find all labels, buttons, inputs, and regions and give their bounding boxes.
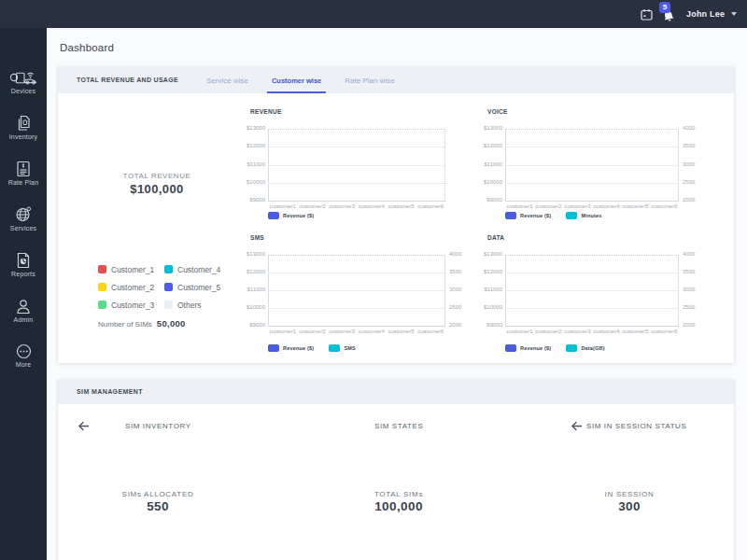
chart-gridline — [505, 308, 679, 309]
y-axis-tick-left: $12000 — [484, 269, 502, 275]
sim-states-header: SIM STATES — [374, 422, 423, 430]
y-axis-tick-left: $12000 — [247, 143, 265, 149]
chart-legend-item[interactable]: Revenue ($) — [268, 344, 314, 352]
legend-label: Customer_3 — [111, 301, 154, 310]
chart-legend-label: Revenue ($) — [283, 345, 314, 351]
chart-gridline — [268, 147, 445, 147]
x-axis-label: customer1 — [505, 203, 534, 209]
sim-management-card: SIM MANAGEMENT SIM INVENTORY SIM STATES … — [58, 380, 734, 560]
tab-rate-plan-wise[interactable]: Rate Plan wise — [345, 67, 394, 93]
chart-gridline — [268, 308, 445, 309]
y-axis-tick-right: 3000 — [449, 287, 461, 293]
legend-item: Customer_3 — [98, 296, 164, 314]
customer-legend: Customer_1Customer_2Customer_3Customer_4… — [98, 260, 220, 314]
legend-item: Others — [164, 296, 220, 314]
revenue-usage-card: TOTAL REVENUE AND USAGE Service wise Cus… — [58, 67, 734, 363]
y-axis-tick-left: $11000 — [247, 161, 265, 168]
chart-legend-item[interactable]: Revenue ($) — [505, 212, 551, 219]
chart-title: DATA — [487, 234, 504, 241]
sidebar-item-rate-plan[interactable]: Rate Plan — [0, 161, 47, 186]
sidebar-item-devices[interactable]: Devices — [0, 70, 47, 94]
chart-gridline — [268, 273, 445, 273]
tab-customer-wise[interactable]: Customer wise — [267, 67, 326, 93]
x-axis-label: customer2 — [298, 329, 328, 334]
chart-legend-swatch — [566, 212, 577, 219]
y-axis-tick-right: 2000 — [449, 322, 461, 329]
legend-swatch — [98, 301, 106, 309]
chart-gridline — [268, 290, 445, 291]
y-axis-tick-right: 3000 — [683, 287, 695, 293]
back-arrow-icon[interactable] — [78, 418, 90, 435]
chart-legend-item[interactable]: SMS — [329, 344, 356, 352]
in-session-stat: IN SESSION 300 — [564, 490, 695, 513]
user-menu[interactable]: John Lee — [686, 0, 725, 28]
sidebar-item-reports[interactable]: Reports — [0, 252, 47, 277]
chart-gridline — [505, 147, 679, 147]
x-axis-label: customer6 — [650, 329, 679, 334]
number-of-sims-label: Number of SIMs — [98, 320, 152, 329]
number-of-sims: Number of SIMs50,000 — [98, 318, 186, 329]
y-axis-tick-right: 3000 — [683, 161, 695, 168]
chart-legend-item[interactable]: Revenue ($) — [505, 344, 551, 352]
chart-legend-label: Data(GB) — [581, 345, 604, 351]
chart-legend-item[interactable]: Revenue ($) — [268, 212, 314, 219]
legend-item: Customer_5 — [164, 278, 220, 296]
chart-legend-label: Minutes — [581, 213, 601, 218]
notification-badge: 5 — [659, 2, 670, 13]
chart-title: REVENUE — [250, 108, 282, 115]
x-axis-label: customer2 — [298, 203, 328, 209]
x-axis-label: customer1 — [268, 329, 298, 334]
y-axis-tick-right: 4000 — [683, 125, 695, 132]
legend-swatch — [164, 301, 173, 309]
stat-label: IN SESSION — [564, 490, 695, 498]
chart-title: SMS — [250, 234, 264, 241]
chart-legend: Revenue ($)Data(GB) — [505, 344, 605, 352]
sim-inventory-header: SIM INVENTORY — [125, 422, 191, 430]
y-axis-tick-left: $9000 — [486, 197, 502, 203]
chart-gridline — [505, 183, 679, 184]
main-content: Dashboard TOTAL REVENUE AND USAGE Servic… — [47, 28, 747, 560]
chart-gridline — [505, 255, 679, 256]
legend-label: Customer_2 — [111, 283, 154, 292]
sim-card-title: SIM MANAGEMENT — [77, 380, 143, 404]
chart-voice: VOICE$13000$12000$11000$10000$9000400035… — [505, 129, 679, 201]
sidebar-item-admin[interactable]: Admin — [0, 299, 47, 323]
x-axis-label: customer5 — [387, 329, 416, 334]
chart-legend-label: SMS — [344, 345, 356, 351]
y-axis-tick-left: $10000 — [484, 304, 502, 311]
chart-gridline — [268, 183, 445, 184]
y-axis-tick-right: 2500 — [683, 304, 695, 311]
chart-legend-swatch — [505, 212, 516, 219]
notifications-button[interactable]: 5 — [659, 1, 678, 23]
legend-item: Customer_1 — [98, 260, 164, 278]
calendar-icon[interactable] — [641, 7, 653, 24]
chart-legend-item[interactable]: Data(GB) — [566, 344, 604, 352]
chart-legend-swatch — [566, 344, 577, 352]
x-axis-label: customer4 — [357, 203, 387, 209]
number-of-sims-value: 50,000 — [157, 318, 186, 329]
total-sims-stat: TOTAL SIMs 100,000 — [333, 490, 464, 513]
chevron-down-icon[interactable] — [731, 12, 737, 16]
chart-sms: SMS$13000$12000$11000$10000$900040003500… — [268, 255, 445, 326]
y-axis-tick-left: $9000 — [249, 322, 265, 329]
chart-gridline — [505, 326, 679, 327]
y-axis-tick-left: $11000 — [484, 161, 502, 168]
chart-legend-item[interactable]: Minutes — [566, 212, 601, 219]
sidebar-nav: Devices Inventory Rate Plan Services — [0, 28, 47, 560]
chart-title: VOICE — [487, 108, 508, 115]
x-axis-label: customer1 — [505, 329, 534, 334]
sidebar-label: Services — [0, 225, 47, 231]
sidebar-item-more[interactable]: More — [0, 343, 47, 368]
x-axis-label: customer5 — [621, 329, 650, 334]
sim-in-session-header: SIM IN SESSION STATUS — [586, 422, 686, 430]
x-axis-label: customer5 — [387, 203, 416, 209]
tab-service-wise[interactable]: Service wise — [206, 67, 248, 93]
revenue-card-tabs: Service wise Customer wise Rate Plan wis… — [206, 67, 395, 93]
y-axis-tick-left: $13000 — [247, 251, 265, 258]
x-axis-label: customer4 — [357, 329, 387, 334]
chart-gridline — [505, 290, 679, 291]
sidebar-item-inventory[interactable]: Inventory — [0, 115, 47, 140]
y-axis-tick-right: 2000 — [683, 197, 695, 203]
sidebar-item-services[interactable]: Services — [0, 206, 47, 231]
back-arrow-icon[interactable] — [571, 418, 583, 435]
